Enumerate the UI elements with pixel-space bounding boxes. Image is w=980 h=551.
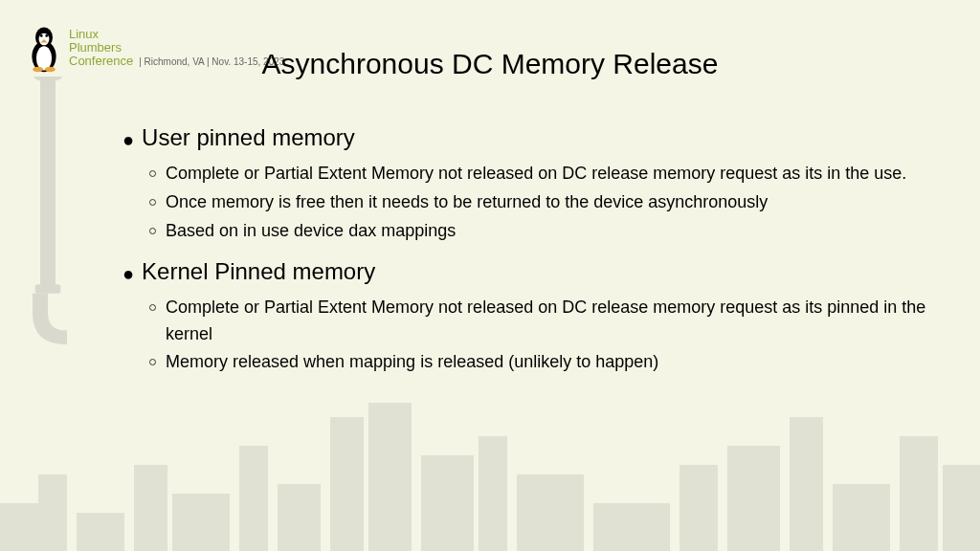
svg-rect-21 xyxy=(35,284,61,293)
list-item: Complete or Partial Extent Memory not re… xyxy=(149,295,942,348)
svg-rect-1 xyxy=(38,474,67,551)
circle-icon xyxy=(149,228,156,234)
conf-name-line1: Linux xyxy=(69,28,284,41)
circle-icon xyxy=(149,199,156,206)
svg-rect-13 xyxy=(679,465,718,551)
svg-rect-10 xyxy=(479,436,507,551)
circle-icon xyxy=(149,170,156,177)
skyline-graphic xyxy=(0,379,980,551)
section-heading: ● Kernel Pinned memory xyxy=(122,258,942,289)
svg-point-27 xyxy=(45,34,48,37)
list-item: Memory released when mapping is released… xyxy=(149,349,942,376)
circle-icon xyxy=(149,359,156,365)
section-heading: ● User pinned memory xyxy=(122,124,942,155)
svg-rect-5 xyxy=(239,446,268,551)
svg-rect-17 xyxy=(900,436,938,551)
svg-rect-15 xyxy=(790,417,823,551)
svg-rect-9 xyxy=(421,455,474,551)
circle-icon xyxy=(149,304,156,311)
svg-rect-0 xyxy=(0,503,38,551)
list-item: Once memory is free then it needs to be … xyxy=(149,189,942,216)
pipe-graphic xyxy=(29,77,67,344)
svg-rect-19 xyxy=(40,77,56,287)
slide-title: Asynchronous DC Memory Release xyxy=(0,48,980,80)
svg-rect-8 xyxy=(368,403,412,551)
section-heading-text: User pinned memory xyxy=(142,124,355,151)
svg-rect-3 xyxy=(134,465,167,551)
list-item: Based on in use device dax mappings xyxy=(149,218,942,245)
svg-rect-16 xyxy=(833,484,890,551)
bullet-icon: ● xyxy=(122,124,134,155)
svg-rect-11 xyxy=(517,474,584,551)
section-heading-text: Kernel Pinned memory xyxy=(142,258,375,285)
svg-point-26 xyxy=(40,34,43,37)
svg-rect-4 xyxy=(172,494,230,551)
svg-rect-7 xyxy=(330,417,364,551)
svg-rect-12 xyxy=(593,503,670,551)
svg-rect-14 xyxy=(727,446,780,551)
list-item: Complete or Partial Extent Memory not re… xyxy=(149,161,942,187)
svg-rect-2 xyxy=(77,513,124,551)
svg-rect-18 xyxy=(943,465,980,551)
bullet-icon: ● xyxy=(122,258,134,289)
svg-rect-6 xyxy=(278,484,321,551)
slide-body: ● User pinned memory Complete or Partial… xyxy=(122,124,942,389)
